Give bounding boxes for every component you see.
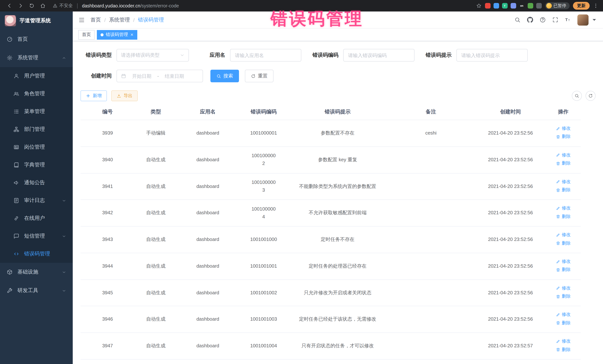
row-app: dashboard: [177, 120, 239, 147]
sidebar-item[interactable]: 用户管理: [0, 67, 73, 85]
edit-link-label: 修改: [562, 311, 571, 318]
home-icon[interactable]: [38, 1, 47, 11]
profile-sync-paused-badge[interactable]: 已暂停: [545, 2, 570, 9]
sidebar-item[interactable]: 在线用户: [0, 210, 73, 227]
error-code-input[interactable]: [343, 49, 415, 62]
row-code: 1001000001: [239, 120, 289, 147]
sidebar-item[interactable]: 菜单管理: [0, 103, 73, 121]
delete-link[interactable]: 删除: [556, 293, 571, 300]
tab-error-code[interactable]: 错误码管理: [97, 30, 137, 39]
sidebar-item[interactable]: 字典管理: [0, 156, 73, 174]
delete-link[interactable]: 删除: [556, 266, 571, 273]
chrome-menu-icon[interactable]: [593, 3, 599, 9]
row-code: 1001001001: [239, 253, 289, 280]
chevron-down-icon: [62, 270, 66, 274]
date-range-picker[interactable]: -: [116, 70, 203, 82]
reload-icon[interactable]: [27, 1, 36, 11]
edit-link[interactable]: 修改: [556, 285, 571, 292]
sidebar-item[interactable]: 部门管理: [0, 121, 73, 138]
delete-link[interactable]: 删除: [556, 133, 571, 140]
end-date-input[interactable]: [161, 73, 188, 79]
edit-link[interactable]: 修改: [556, 152, 571, 159]
github-icon[interactable]: [527, 17, 533, 23]
help-icon[interactable]: [540, 17, 546, 23]
error-code-label: 错误码编码: [313, 52, 338, 59]
sidebar-item[interactable]: 基础设施: [0, 263, 73, 281]
edit-link[interactable]: 修改: [556, 231, 571, 238]
sidebar-item[interactable]: 通知公告: [0, 174, 73, 192]
row-remark: [387, 226, 475, 253]
close-icon[interactable]: [130, 33, 134, 36]
row-id: 3948: [81, 359, 135, 364]
edit-link[interactable]: 修改: [556, 125, 571, 132]
extension-yuque[interactable]: Y: [502, 3, 508, 9]
edit-link[interactable]: 修改: [556, 258, 571, 265]
sidebar-item[interactable]: 研发工具: [0, 281, 73, 300]
font-size-icon[interactable]: TT: [565, 17, 571, 23]
tab-home[interactable]: 首页: [78, 30, 95, 39]
bookmark-star-icon[interactable]: [476, 3, 481, 9]
extension-red-circle[interactable]: [485, 3, 490, 9]
breadcrumb-system[interactable]: 系统管理: [109, 16, 130, 23]
add-button[interactable]: 新增: [81, 90, 107, 101]
delete-link[interactable]: 删除: [556, 187, 571, 194]
edit-link[interactable]: 修改: [556, 311, 571, 318]
back-icon[interactable]: [4, 1, 14, 11]
search-button[interactable]: 搜索: [210, 70, 239, 82]
delete-link[interactable]: 删除: [556, 320, 571, 327]
megaphone-icon: [13, 180, 19, 186]
delete-link[interactable]: 删除: [556, 213, 571, 220]
sidebar-item[interactable]: 系统管理: [0, 49, 73, 67]
edit-link[interactable]: 修改: [556, 338, 571, 345]
reset-button[interactable]: 重置: [245, 70, 274, 82]
user-menu[interactable]: [577, 14, 597, 25]
row-time: 2021-04-20 23:52:56: [475, 279, 546, 306]
security-chip[interactable]: 不安全: [53, 3, 73, 9]
app-logo[interactable]: 芋道管理系统: [0, 11, 73, 30]
refresh-table-button[interactable]: [586, 91, 596, 101]
breadcrumb: 首页 / 系统管理 / 错误码管理: [91, 16, 164, 23]
delete-link[interactable]: 删除: [556, 346, 571, 353]
error-hint-input[interactable]: [456, 49, 528, 62]
app-name-input[interactable]: [230, 49, 301, 62]
sidebar-item[interactable]: 短信管理: [0, 227, 73, 245]
sidebar-item[interactable]: 角色管理: [0, 85, 73, 103]
forward-icon[interactable]: [16, 1, 25, 11]
sidebar-item[interactable]: 岗位管理: [0, 138, 73, 156]
toggle-search-button[interactable]: [572, 91, 582, 101]
tags-view: 首页 错误码管理: [73, 29, 603, 41]
row-code: 1001001005: [239, 359, 289, 364]
url-host: dashboard.yudao.iocoder.cn: [82, 3, 140, 8]
extension-pin[interactable]: [536, 3, 542, 9]
delete-link[interactable]: 删除: [556, 160, 571, 167]
sidebar-item[interactable]: 审计日志: [0, 192, 73, 210]
divider: [77, 3, 78, 8]
breadcrumb-home[interactable]: 首页: [91, 16, 101, 23]
row-hint: 定时任务的处理器已经存在: [289, 253, 387, 280]
caret-down-icon: [591, 17, 597, 23]
sidebar-item[interactable]: 首页: [0, 30, 73, 49]
start-date-input[interactable]: [128, 73, 155, 79]
sidebar-toggle-icon[interactable]: [78, 16, 85, 23]
search-icon[interactable]: [514, 17, 521, 23]
delete-link-label: 删除: [562, 266, 571, 273]
edit-link[interactable]: 修改: [556, 178, 571, 185]
book-icon: [13, 162, 19, 168]
error-type-select[interactable]: 请选择错误码类型: [116, 49, 189, 62]
address-bar[interactable]: dashboard.yudao.iocoder.cn/system/error-…: [82, 3, 179, 8]
sidebar-item[interactable]: 错误码管理: [0, 245, 73, 263]
row-type: 自动生成: [135, 173, 177, 200]
row-code: 100100000 3: [239, 173, 289, 200]
extension-grid[interactable]: [510, 3, 516, 9]
fullscreen-icon[interactable]: [552, 17, 558, 23]
delete-link[interactable]: 删除: [556, 240, 571, 247]
filter-row-2: 创建时间 - 搜索: [86, 70, 596, 82]
edit-link-label: 修改: [562, 258, 571, 265]
pencil-icon: [556, 339, 560, 344]
export-button[interactable]: 导出: [111, 90, 138, 101]
update-button[interactable]: 更新: [573, 2, 590, 10]
extension-leaf[interactable]: [527, 3, 533, 9]
extension-blue-drop[interactable]: [493, 3, 499, 9]
edit-link[interactable]: 修改: [556, 205, 571, 212]
extension-switch[interactable]: on: [519, 3, 524, 9]
